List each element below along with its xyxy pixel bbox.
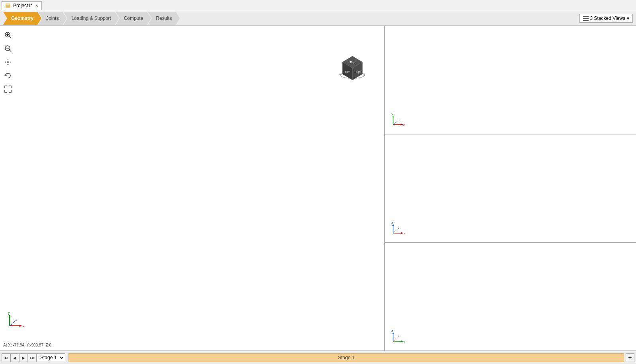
stage-label: Stage 1: [338, 355, 354, 360]
svg-text:z: z: [391, 221, 393, 224]
stage-prev-button[interactable]: ◀: [10, 353, 19, 362]
stage-controls: ⏮ ◀ ▶ ⏭ Stage 1: [0, 353, 67, 362]
svg-marker-12: [5, 61, 6, 63]
svg-text:x: x: [403, 232, 405, 235]
nav-item-joints-label: Joints: [46, 16, 59, 21]
svg-marker-29: [20, 325, 22, 327]
svg-line-4: [9, 36, 11, 38]
axis-svg-s3: y z: [390, 330, 406, 346]
svg-line-55: [393, 337, 399, 341]
stage-add-button[interactable]: +: [626, 353, 634, 362]
svg-text:W: W: [339, 73, 342, 76]
stacked-views-icon: [583, 16, 589, 21]
svg-line-34: [10, 320, 17, 326]
project-tab-icon: [5, 3, 11, 8]
svg-marker-15: [4, 74, 7, 76]
project-tab-label: Project1*: [13, 3, 33, 8]
svg-rect-2: [6, 6, 10, 6]
svg-text:x: x: [403, 123, 405, 127]
zoom-in-button[interactable]: [2, 43, 14, 54]
nav-item-loading-support[interactable]: Loading & Support: [63, 12, 119, 25]
svg-text:y: y: [8, 311, 10, 315]
bottom-bar: ⏮ ◀ ▶ ⏭ Stage 1 Stage 1 +: [0, 350, 636, 364]
rotate-button[interactable]: [2, 70, 14, 81]
svg-marker-10: [7, 59, 9, 60]
main-viewport-axis: x y: [6, 312, 25, 333]
fit-all-button[interactable]: [2, 84, 14, 95]
svg-text:S: S: [352, 78, 354, 80]
svg-marker-53: [392, 333, 394, 334]
pan-icon: [4, 58, 12, 66]
zoom-box-icon: [4, 31, 12, 39]
axis-svg-s2: x z: [390, 222, 406, 238]
svg-text:z: z: [391, 329, 393, 333]
stage-last-button[interactable]: ⏭: [28, 353, 37, 362]
nav-item-geometry[interactable]: Geometry: [3, 12, 41, 25]
pan-button[interactable]: [2, 56, 14, 68]
nav-item-compute-label: Compute: [124, 16, 143, 21]
svg-text:Front: Front: [344, 70, 350, 73]
stacked-views-control[interactable]: 3 Stacked Views ▾: [579, 14, 633, 23]
svg-marker-46: [392, 224, 394, 226]
rotate-icon: [4, 72, 12, 80]
viewport-stack: x y x z: [385, 26, 636, 350]
stage-select[interactable]: Stage 1: [37, 353, 65, 362]
svg-text:y: y: [391, 112, 393, 116]
stage-next-button[interactable]: ▶: [19, 353, 28, 362]
svg-marker-13: [10, 61, 11, 63]
svg-marker-43: [401, 232, 403, 234]
nav-item-joints[interactable]: Joints: [38, 12, 67, 25]
svg-marker-11: [7, 64, 9, 65]
stage-first-button[interactable]: ⏮: [2, 353, 10, 362]
zoom-in-icon: [4, 45, 12, 53]
title-bar: Project1* ✕: [0, 0, 636, 11]
stacked-viewport-3[interactable]: y z: [385, 243, 636, 350]
stacked-axis-1: x y: [390, 113, 406, 130]
svg-line-41: [393, 120, 399, 125]
svg-text:E: E: [364, 73, 366, 76]
nav-bar: Geometry Joints Loading & Support Comput…: [0, 11, 636, 26]
main-viewport[interactable]: Top Front Right S N W E At X: -77.84, Y:…: [0, 26, 385, 350]
axis-svg-main: x y: [6, 312, 25, 332]
fit-all-icon: [4, 85, 12, 93]
stacked-views-dropdown-icon[interactable]: ▾: [627, 16, 629, 21]
svg-marker-32: [8, 315, 11, 317]
nav-cube-svg: Top Front Right S N W E: [337, 52, 368, 84]
stacked-viewport-1[interactable]: x y: [385, 26, 636, 134]
stacked-views-label: 3 Stacked Views: [590, 16, 626, 21]
stacked-axis-2: x z: [390, 222, 406, 239]
nav-item-geometry-label: Geometry: [11, 16, 33, 21]
zoom-box-button[interactable]: [2, 29, 14, 41]
coordinate-label: At X: -77.84, Y:-900.87, Z:0: [3, 343, 51, 347]
stage-label-bar: Stage 1: [68, 353, 624, 362]
svg-marker-36: [401, 124, 403, 126]
svg-marker-50: [401, 340, 403, 342]
svg-text:Top: Top: [350, 60, 355, 64]
navigation-cube[interactable]: Top Front Right S N W E: [337, 52, 368, 84]
nav-item-results[interactable]: Results: [148, 12, 180, 25]
axis-svg-s1: x y: [390, 113, 406, 129]
svg-text:Right: Right: [355, 70, 361, 74]
svg-text:N: N: [351, 69, 353, 72]
stacked-axis-3: y z: [390, 330, 406, 347]
svg-rect-1: [6, 4, 10, 5]
svg-line-48: [393, 228, 399, 233]
nav-item-results-label: Results: [156, 16, 172, 21]
svg-point-14: [7, 61, 9, 63]
nav-item-compute[interactable]: Compute: [116, 12, 151, 25]
tab-close-button[interactable]: ✕: [35, 4, 38, 8]
svg-rect-6: [7, 33, 8, 36]
project-tab[interactable]: Project1* ✕: [2, 1, 42, 10]
content-area: Top Front Right S N W E At X: -77.84, Y:…: [0, 26, 636, 350]
svg-text:y: y: [403, 340, 405, 343]
svg-line-8: [9, 50, 11, 52]
svg-text:x: x: [23, 324, 25, 328]
nav-item-loading-support-label: Loading & Support: [71, 16, 111, 21]
left-toolbar: [2, 29, 14, 95]
stacked-viewport-2[interactable]: x z: [385, 134, 636, 243]
svg-marker-39: [392, 116, 394, 117]
